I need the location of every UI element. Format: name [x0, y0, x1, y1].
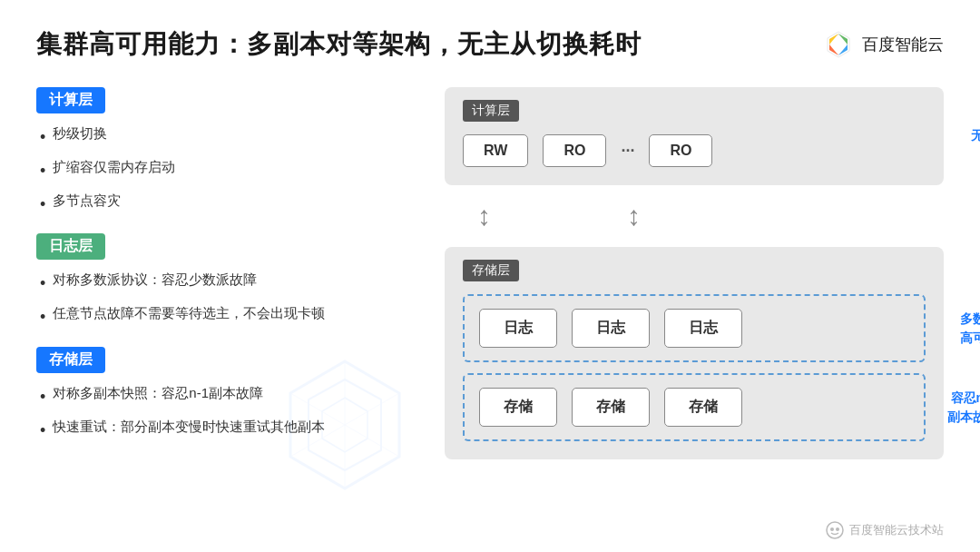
- storage-layer-box: 存储层 日志 日志 日志 多数派 高可用 存储 存储: [445, 247, 944, 459]
- storage-nodes-row: 存储 存储 存储: [479, 388, 909, 427]
- compute-node-ro1: RO: [543, 134, 606, 167]
- footer-watermark-text: 百度智能云技术站: [849, 522, 944, 538]
- compute-bullet-text-2: 扩缩容仅需内存启动: [53, 156, 175, 178]
- stateless-label: 无状态: [971, 127, 980, 145]
- logo-text: 百度智能云: [862, 34, 944, 55]
- log-node-3: 日志: [664, 309, 742, 348]
- main-content: 计算层 • 秒级切换 • 扩缩容仅需内存启动 • 多节点容灾 日志层 •: [36, 87, 944, 534]
- storage-layer-label: 存储层: [463, 260, 519, 281]
- compute-layer-label: 计算层: [463, 100, 519, 122]
- storage-bullet-1: • 对称多副本快照：容忍n-1副本故障: [36, 382, 417, 410]
- compute-bullet-1: • 秒级切换: [36, 123, 417, 151]
- header: 集群高可用能力：多副本对等架构，无主从切换耗时 百度智能云: [36, 27, 944, 62]
- svg-point-9: [827, 522, 843, 538]
- compute-node-ro2: RO: [649, 134, 712, 167]
- right-panel: 计算层 RW RO ··· RO 无状态 ↕ ↕ 存储层: [445, 87, 944, 534]
- compute-node-rw: RW: [463, 134, 528, 167]
- bullet-dot: •: [40, 304, 45, 330]
- log-bullet-1: • 对称多数派协议：容忍少数派故障: [36, 269, 417, 297]
- page-title: 集群高可用能力：多副本对等架构，无主从切换耗时: [36, 27, 642, 62]
- arrow-left: ↕: [477, 202, 491, 230]
- storage-section: 存储层 • 对称多副本快照：容忍n-1副本故障 • 快速重试：部分副本变慢时快速…: [36, 347, 417, 444]
- replica-label: 容忍n-1 副本故障: [947, 389, 980, 427]
- log-bullet-text-2: 任意节点故障不需要等待选主，不会出现卡顿: [53, 302, 325, 324]
- bullet-dot: •: [40, 192, 45, 218]
- arrows-row: ↕ ↕: [445, 200, 944, 232]
- compute-dots: ···: [621, 142, 634, 161]
- arrow-right: ↕: [627, 202, 641, 230]
- log-node-2: 日志: [572, 309, 650, 348]
- bullet-dot: •: [40, 271, 45, 297]
- bullet-dot: •: [40, 124, 45, 151]
- log-section: 日志层 • 对称多数派协议：容忍少数派故障 • 任意节点故障不需要等待选主，不会…: [36, 233, 417, 330]
- bullet-dot: •: [40, 384, 45, 410]
- page: 集群高可用能力：多副本对等架构，无主从切换耗时 百度智能云 计算层: [0, 0, 980, 552]
- log-bullet-text-1: 对称多数派协议：容忍少数派故障: [53, 269, 257, 291]
- compute-bullet-text-3: 多节点容灾: [53, 190, 121, 212]
- compute-badge: 计算层: [36, 87, 105, 113]
- compute-node-row: RW RO ··· RO: [463, 134, 926, 167]
- log-bullet-2: • 任意节点故障不需要等待选主，不会出现卡顿: [36, 302, 417, 330]
- storage-dashed-section: 存储 存储 存储 容忍n-1 副本故障: [463, 373, 926, 441]
- svg-point-10: [830, 527, 834, 531]
- log-node-1: 日志: [479, 309, 557, 348]
- majority-label: 多数派 高可用: [960, 310, 980, 348]
- compute-bullet-3: • 多节点容灾: [36, 190, 417, 218]
- log-dashed-section: 日志 日志 日志 多数派 高可用: [463, 294, 926, 362]
- compute-section: 计算层 • 秒级切换 • 扩缩容仅需内存启动 • 多节点容灾: [36, 87, 417, 217]
- storage-bullet-text-2: 快速重试：部分副本变慢时快速重试其他副本: [53, 416, 325, 438]
- storage-node-2: 存储: [572, 388, 650, 427]
- majority-label-text: 多数派 高可用: [960, 311, 980, 345]
- bullet-dot: •: [40, 158, 45, 184]
- compute-layer-box: 计算层 RW RO ··· RO 无状态: [445, 87, 944, 185]
- footer-logo-icon: [826, 521, 844, 539]
- svg-rect-0: [822, 28, 855, 61]
- svg-point-11: [836, 527, 839, 531]
- log-nodes-row: 日志 日志 日志: [479, 309, 909, 348]
- compute-bullet-text-1: 秒级切换: [53, 123, 107, 144]
- storage-bullet-2: • 快速重试：部分副本变慢时快速重试其他副本: [36, 416, 417, 444]
- footer-watermark: 百度智能云技术站: [826, 521, 944, 539]
- log-badge: 日志层: [36, 233, 105, 260]
- logo-area: 百度智能云: [822, 28, 944, 61]
- baidu-cloud-logo-icon: [822, 28, 855, 61]
- left-panel: 计算层 • 秒级切换 • 扩缩容仅需内存启动 • 多节点容灾 日志层 •: [36, 87, 417, 534]
- bullet-dot: •: [40, 418, 45, 444]
- storage-bullet-text-1: 对称多副本快照：容忍n-1副本故障: [53, 382, 263, 404]
- storage-badge: 存储层: [36, 347, 105, 373]
- compute-bullet-2: • 扩缩容仅需内存启动: [36, 156, 417, 184]
- replica-label-text: 容忍n-1 副本故障: [947, 390, 980, 424]
- storage-node-3: 存储: [664, 388, 742, 427]
- storage-node-1: 存储: [479, 388, 557, 427]
